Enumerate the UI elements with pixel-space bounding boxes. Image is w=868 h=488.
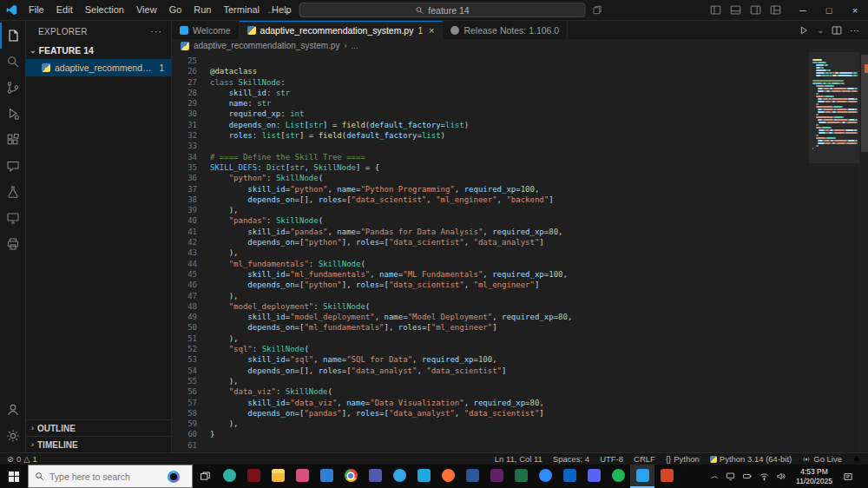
menu-selection[interactable]: Selection xyxy=(79,0,130,20)
clock[interactable]: 4:53 PM 11/20/2025 xyxy=(792,467,836,485)
line-number[interactable]: 46 xyxy=(172,280,197,290)
code-line[interactable]: name: str xyxy=(210,98,809,109)
code-line[interactable]: depends_on=["pandas"], roles=["data_anal… xyxy=(210,408,809,419)
line-number[interactable]: 44 xyxy=(172,259,197,269)
line-number[interactable]: 52 xyxy=(172,344,197,354)
code-line[interactable]: @dataclass xyxy=(210,66,809,76)
account-button[interactable] xyxy=(0,397,26,423)
menu-run[interactable]: Run xyxy=(187,0,217,20)
toggle-panel-icon[interactable] xyxy=(730,4,741,16)
command-center-search[interactable]: feature 14 xyxy=(299,3,586,17)
code-lines[interactable]: @dataclassclass SkillNode: skill_id: str… xyxy=(203,52,809,452)
code-line[interactable]: "pandas": SkillNode( xyxy=(210,215,809,226)
toggle-sidebar-icon[interactable] xyxy=(710,4,721,16)
line-number[interactable]: 58 xyxy=(172,408,197,419)
cursor-position-status[interactable]: Ln 11, Col 11 xyxy=(495,454,542,464)
code-line[interactable]: "model_deployment": SkillNode( xyxy=(210,301,809,312)
code-line[interactable]: skill_id="sql", name="SQL for Data", req… xyxy=(210,354,809,365)
code-line[interactable]: # ==== Define the Skill Tree ==== xyxy=(210,152,809,162)
skype-taskbar-icon[interactable] xyxy=(387,465,411,488)
line-number[interactable]: 34 xyxy=(172,152,197,162)
code-line[interactable]: class SkillNode: xyxy=(210,77,809,88)
line-number[interactable]: 33 xyxy=(172,141,197,151)
line-number[interactable]: 27 xyxy=(172,77,197,88)
microsoft-edge-taskbar-icon[interactable] xyxy=(217,465,241,488)
code-line[interactable] xyxy=(210,440,809,451)
code-line[interactable]: } xyxy=(210,429,809,439)
line-number[interactable]: 57 xyxy=(172,398,197,408)
manage-button[interactable] xyxy=(0,423,26,449)
battery-icon[interactable] xyxy=(742,472,753,481)
line-number[interactable]: 30 xyxy=(172,109,197,119)
sidebar-item-run-and-debug[interactable] xyxy=(0,101,26,127)
language-mode-status[interactable]: {} Python xyxy=(666,454,700,464)
code-line[interactable]: depends_on=["python"], roles=["data_scie… xyxy=(210,280,809,290)
outline-section[interactable]: › OUTLINE xyxy=(26,419,171,436)
code-line[interactable]: skill_id="ml_fundamentals", name="ML Fun… xyxy=(210,269,809,280)
eol-status[interactable]: CRLF xyxy=(634,454,655,464)
line-number[interactable]: 61 xyxy=(172,440,197,451)
notifications-bell-icon[interactable] xyxy=(852,455,861,464)
indentation-status[interactable]: Spaces: 4 xyxy=(553,454,589,464)
line-number[interactable]: 36 xyxy=(172,173,197,183)
code-line[interactable]: skill_id="data_viz", name="Data Visualiz… xyxy=(210,398,809,408)
new-window-icon[interactable] xyxy=(593,5,602,15)
code-line[interactable]: depends_on=["python"], roles=["data_scie… xyxy=(210,237,809,247)
file-item-adaptive-recommendation-system[interactable]: adaptive_recommendation_syst... 1 xyxy=(26,59,171,76)
code-line[interactable] xyxy=(210,56,809,66)
sidebar-item-explorer[interactable] xyxy=(0,23,26,49)
vscode-taskbar-icon[interactable] xyxy=(630,465,654,488)
split-editor-icon[interactable] xyxy=(832,25,842,36)
breadcrumb[interactable]: adaptive_recommendation_system.py › ... xyxy=(172,39,868,52)
code-line[interactable]: skill_id="model_deployment", name="Model… xyxy=(210,312,809,322)
code-line[interactable]: roles: list[str] = field(default_factory… xyxy=(210,130,809,141)
code-line[interactable]: depends_on=["ml_fundamentals"], roles=["… xyxy=(210,322,809,333)
minimize-button[interactable]: ─ xyxy=(790,0,816,21)
line-number[interactable]: 43 xyxy=(172,247,197,258)
toggle-secondary-sidebar-icon[interactable] xyxy=(750,4,761,16)
code-line[interactable]: ), xyxy=(210,376,809,386)
editor-scrollbar[interactable] xyxy=(859,52,868,452)
mail-taskbar-icon[interactable] xyxy=(314,465,339,488)
start-button[interactable] xyxy=(0,465,28,488)
tab-adaptive-recommendation-system[interactable]: adaptive_recommendation_system.py 1 × xyxy=(240,21,444,39)
code-line[interactable]: "data_viz": SkillNode( xyxy=(210,386,809,397)
line-number[interactable]: 28 xyxy=(172,88,197,98)
action-center-icon[interactable] xyxy=(843,472,853,482)
line-number[interactable]: 41 xyxy=(172,227,197,237)
slack-taskbar-icon[interactable] xyxy=(484,465,509,488)
python-interpreter-status[interactable]: Python 3.14 (64-bit) xyxy=(710,454,792,464)
line-number[interactable]: 54 xyxy=(172,366,197,376)
tab-release-notes[interactable]: Release Notes: 1.106.0 xyxy=(443,21,568,39)
explorer-more-actions[interactable]: ··· xyxy=(150,26,162,36)
menu-file[interactable]: File xyxy=(23,0,50,20)
line-number[interactable]: 49 xyxy=(172,312,197,322)
line-number[interactable]: 40 xyxy=(172,215,197,226)
minimap[interactable] xyxy=(809,52,859,452)
editor[interactable]: 2526272829303132333435363738394041424344… xyxy=(172,52,868,452)
menu-go[interactable]: Go xyxy=(163,0,188,20)
photos-taskbar-icon[interactable] xyxy=(290,465,314,488)
code-line[interactable]: ), xyxy=(210,419,809,429)
line-number[interactable]: 60 xyxy=(172,429,197,439)
sidebar-item-chat[interactable] xyxy=(0,153,26,179)
sidebar-item-print[interactable] xyxy=(0,231,26,257)
line-number[interactable]: 48 xyxy=(172,301,197,312)
zoom-taskbar-icon[interactable] xyxy=(533,465,557,488)
menu-edit[interactable]: Edit xyxy=(50,0,79,20)
line-number[interactable]: 31 xyxy=(172,120,197,130)
netflix-taskbar-icon[interactable] xyxy=(241,465,266,488)
line-number[interactable]: 56 xyxy=(172,386,197,397)
sidebar-item-source-control[interactable] xyxy=(0,75,26,101)
code-line[interactable]: depends_on: List[str] = field(default_fa… xyxy=(210,120,809,130)
sidebar-item-extensions[interactable] xyxy=(0,127,26,153)
task-view-button[interactable] xyxy=(193,465,217,488)
hidden-icons-chevron-icon[interactable]: ︿ xyxy=(711,471,719,482)
code-line[interactable]: "python": SkillNode( xyxy=(210,173,809,183)
history-forward-icon[interactable]: → xyxy=(283,5,293,16)
code-line[interactable] xyxy=(210,141,809,151)
line-number[interactable]: 55 xyxy=(172,376,197,386)
line-number[interactable]: 26 xyxy=(172,66,197,76)
code-line[interactable]: "sql": SkillNode( xyxy=(210,344,809,354)
code-line[interactable]: ), xyxy=(210,205,809,215)
